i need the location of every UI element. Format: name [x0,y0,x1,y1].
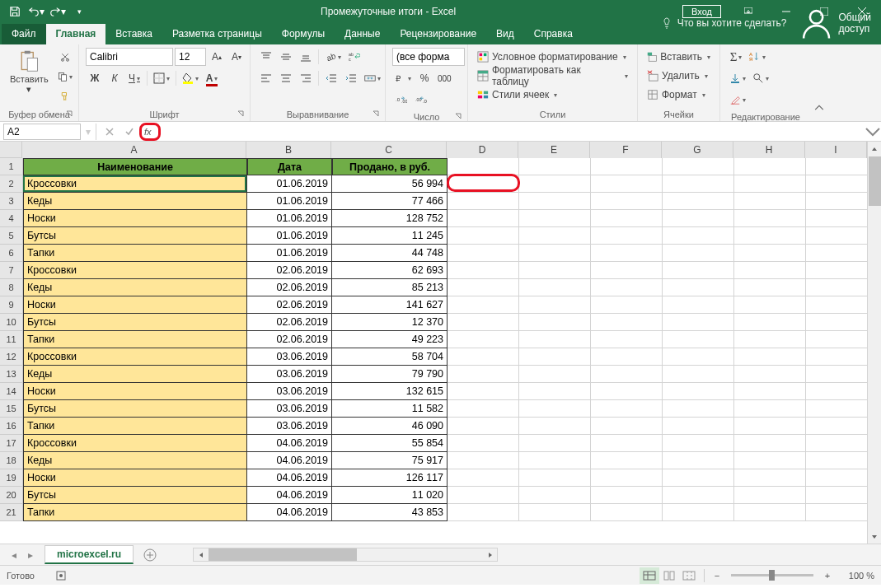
tab-data[interactable]: Данные [335,24,390,44]
empty-cell[interactable] [591,314,663,331]
empty-cell[interactable] [448,418,519,435]
empty-cell[interactable] [734,504,806,521]
clipboard-launcher-icon[interactable] [63,108,75,119]
data-cell[interactable]: 01.06.2019 [247,227,332,245]
empty-cell[interactable] [734,158,806,175]
cancel-formula-icon[interactable] [100,124,119,140]
data-cell[interactable]: 04.06.2019 [247,487,332,504]
empty-cell[interactable] [519,452,591,469]
empty-cell[interactable] [734,314,806,331]
row-header-13[interactable]: 13 [0,366,23,383]
empty-cell[interactable] [806,227,867,245]
empty-cell[interactable] [663,158,734,175]
data-cell[interactable]: 03.06.2019 [247,418,332,435]
empty-cell[interactable] [734,296,806,314]
empty-cell[interactable] [734,331,806,348]
empty-cell[interactable] [519,383,591,400]
data-cell[interactable]: 02.06.2019 [247,331,332,348]
enter-formula-icon[interactable] [119,124,139,140]
data-cell[interactable]: 132 615 [332,383,448,400]
underline-button[interactable]: Ч▾ [125,69,143,87]
data-cell[interactable]: Кеды [23,193,247,210]
empty-cell[interactable] [663,314,734,331]
empty-cell[interactable] [591,469,663,487]
empty-cell[interactable] [806,279,867,296]
empty-cell[interactable] [591,400,663,418]
empty-cell[interactable] [663,348,734,366]
data-cell[interactable]: 11 020 [332,487,448,504]
empty-cell[interactable] [663,418,734,435]
empty-cell[interactable] [448,158,519,175]
empty-cell[interactable] [734,227,806,245]
row-header-2[interactable]: 2 [0,175,23,193]
empty-cell[interactable] [734,210,806,227]
empty-cell[interactable] [734,366,806,383]
empty-cell[interactable] [519,175,591,193]
conditional-formatting-button[interactable]: Условное форматирование▾ [475,48,630,66]
row-header-5[interactable]: 5 [0,227,23,245]
empty-cell[interactable] [734,262,806,279]
empty-cell[interactable] [448,435,519,452]
empty-cell[interactable] [448,504,519,521]
hscroll-thumb[interactable] [209,548,357,561]
qat-customize-icon[interactable]: ▾ [69,2,89,21]
wrap-text-icon[interactable]: abc [345,48,363,66]
row-header-15[interactable]: 15 [0,400,23,418]
row-header-21[interactable]: 21 [0,504,23,521]
col-header-F[interactable]: F [590,142,662,158]
data-cell[interactable]: 02.06.2019 [247,262,332,279]
empty-cell[interactable] [519,469,591,487]
merge-center-icon[interactable]: ▾ [362,69,383,87]
empty-cell[interactable] [448,348,519,366]
empty-cell[interactable] [806,400,867,418]
font-color-icon[interactable]: A▾ [203,69,221,87]
find-select-icon[interactable]: ▾ [750,69,771,87]
share-button[interactable]: Общий доступ [790,2,881,44]
data-cell[interactable]: 11 582 [332,400,448,418]
empty-cell[interactable] [448,452,519,469]
data-cell[interactable]: 04.06.2019 [247,469,332,487]
empty-cell[interactable] [663,469,734,487]
empty-cell[interactable] [806,331,867,348]
empty-cell[interactable] [734,435,806,452]
align-bottom-icon[interactable] [297,48,315,66]
empty-cell[interactable] [806,435,867,452]
scroll-left-icon[interactable] [194,548,208,562]
number-launcher-icon[interactable] [452,110,464,122]
data-cell[interactable]: Кроссовки [23,435,247,452]
data-cell[interactable]: 49 223 [332,331,448,348]
data-cell[interactable]: 03.06.2019 [247,348,332,366]
bold-button[interactable]: Ж [86,69,104,87]
empty-cell[interactable] [448,227,519,245]
fill-icon[interactable]: ▾ [727,69,748,87]
empty-cell[interactable] [663,331,734,348]
paste-button[interactable]: Вставить ▾ [7,48,52,96]
data-cell[interactable]: 11 245 [332,227,448,245]
data-cell[interactable]: Бутсы [23,227,247,245]
horizontal-scrollbar[interactable] [193,548,498,562]
empty-cell[interactable] [663,487,734,504]
empty-cell[interactable] [519,210,591,227]
row-header-11[interactable]: 11 [0,331,23,348]
empty-cell[interactable] [806,383,867,400]
empty-cell[interactable] [591,504,663,521]
empty-cell[interactable] [663,262,734,279]
empty-cell[interactable] [663,193,734,210]
tab-review[interactable]: Рецензирование [390,24,486,44]
empty-cell[interactable] [591,245,663,262]
empty-cell[interactable] [806,504,867,521]
col-header-A[interactable]: A [22,142,246,158]
data-cell[interactable]: 55 854 [332,435,448,452]
empty-cell[interactable] [591,435,663,452]
empty-cell[interactable] [663,279,734,296]
data-cell[interactable]: Тапки [23,245,247,262]
empty-cell[interactable] [591,418,663,435]
page-break-view-icon[interactable] [679,567,699,584]
empty-cell[interactable] [591,279,663,296]
empty-cell[interactable] [519,193,591,210]
empty-cell[interactable] [734,245,806,262]
empty-cell[interactable] [519,331,591,348]
empty-cell[interactable] [734,452,806,469]
data-cell[interactable]: Кеды [23,452,247,469]
empty-cell[interactable] [806,262,867,279]
